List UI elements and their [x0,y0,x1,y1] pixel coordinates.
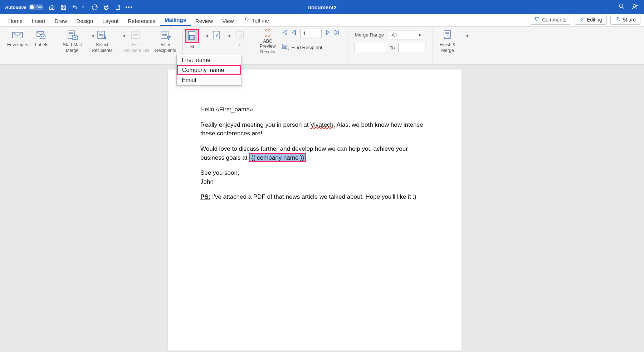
ribbon: Envelopes Labels Start Mail Merge ▾ Sele… [0,26,644,64]
select-caret-icon: ▴▾ [419,33,421,37]
more-icon[interactable]: ••• [126,4,132,10]
filter-recipients-label: Filter Recipients [155,42,176,53]
tab-references[interactable]: References [123,16,160,26]
document-body[interactable]: Hello «First_name», Really enjoyed meeti… [200,105,429,202]
select-recipients-label: Select Recipients [92,42,112,53]
comment-icon [535,16,540,23]
paragraph-1[interactable]: Really enjoyed meeting you in person at … [200,121,429,138]
preview-results-icon: << >> ABC [262,29,274,42]
merge-field-email[interactable]: Email [177,75,241,85]
autosave-label: AutoSave [5,5,26,10]
ribbon-tabs: Home Insert Draw Design Layout Reference… [0,14,644,26]
select-recipients-icon [96,29,108,41]
svg-point-0 [619,4,623,8]
finish-merge-label: Finish & Merge [439,42,455,53]
merge-range-value: All [391,32,396,38]
tab-view[interactable]: View [218,16,238,26]
finish-merge-button[interactable]: Finish & Merge ▾ [436,29,463,53]
svg-rect-18 [444,30,450,38]
spelling-error[interactable]: Vivatech [310,121,333,128]
home-icon[interactable] [49,4,55,10]
tab-design[interactable]: Design [72,16,98,26]
edit-recipient-list-icon [130,29,142,41]
tab-draw[interactable]: Draw [50,16,72,26]
last-record-icon[interactable] [334,29,340,37]
tab-review[interactable]: Review [191,16,218,26]
start-mail-merge-button[interactable]: Start Mail Merge ▾ [60,29,89,53]
find-recipient-button[interactable]: Find Recipient [282,43,340,52]
filter-recipients-button[interactable]: Filter Recipients [152,29,179,53]
next-record-icon[interactable] [325,29,330,37]
rules-button[interactable]: ? ▾ [208,29,231,42]
merge-range-label: Merge Range [355,32,386,38]
comments-button[interactable]: Comments [530,15,571,25]
autosave-toggle[interactable]: OFF [29,4,44,10]
start-mail-merge-icon [66,29,78,41]
share-button[interactable]: Share [610,15,640,25]
share-presence-icon[interactable] [632,3,639,11]
autosave-control[interactable]: AutoSave OFF [5,4,44,10]
preview-results-label: Preview Results [260,44,275,55]
signoff[interactable]: See you soon, [200,169,429,178]
share-icon [615,16,620,23]
toggle-knob [30,5,34,9]
template-icon[interactable] [114,4,121,10]
prev-record-icon[interactable] [292,29,297,37]
envelopes-button[interactable]: Envelopes [4,29,31,48]
merge-from-input[interactable] [355,43,386,52]
filter-recipients-icon [160,29,172,41]
redo-icon[interactable] [92,4,98,10]
tab-home[interactable]: Home [4,16,27,26]
preview-results-button[interactable]: << >> ABC Preview Results [257,29,278,55]
merge-range-select[interactable]: All ▴▾ [389,30,423,39]
record-number-input[interactable] [300,29,322,38]
merge-field-first-name[interactable]: First_name [177,55,241,65]
selected-placeholder[interactable]: {{ company name }} [249,153,306,162]
greeting-line[interactable]: Hello «First_name», [200,105,429,114]
tell-me[interactable]: Tell me [240,15,273,26]
editing-button[interactable]: Editing [575,15,607,25]
labels-button[interactable]: Labels [31,29,52,48]
svg-rect-6 [72,36,77,39]
quick-access-toolbar: ▾ ••• [49,4,132,10]
group-create: Envelopes Labels [1,28,56,64]
paragraph-2[interactable]: Would love to discuss further and develo… [200,145,429,162]
print-icon[interactable] [103,4,109,10]
document-page[interactable]: Hello «First_name», Really enjoyed meeti… [168,69,462,351]
merge-field-company-name[interactable]: Company_name [177,65,241,75]
record-navigation [282,29,340,38]
undo-icon[interactable] [72,4,78,10]
ps-label: PS: [200,193,210,200]
chevron-down-icon: ▾ [466,34,469,39]
first-record-icon[interactable] [282,29,288,37]
edit-recipient-list-label: Edit Recipient List [123,42,150,53]
undo-chevron-icon[interactable]: ▾ [80,4,87,10]
start-mail-merge-label: Start Mail Merge [63,42,82,53]
save-icon[interactable] [60,4,67,10]
chevron-down-icon: ▾ [228,34,231,39]
tell-me-text: Tell me [252,18,269,24]
chevron-down-icon: ▾ [123,34,126,39]
group-finish: Finish & Merge ▾ [433,28,466,64]
search-icon[interactable] [618,3,625,11]
postscript[interactable]: PS: I've attached a PDF of that news art… [200,193,429,202]
svg-rect-10 [161,31,168,38]
envelopes-icon [11,29,24,41]
labels-label: Labels [35,42,48,48]
signature[interactable]: John [200,178,429,187]
labels-icon [35,29,48,41]
tab-layout[interactable]: Layout [98,16,123,26]
autosave-state: OFF [36,6,42,9]
tab-mailings[interactable]: Mailings [160,15,191,26]
editing-label: Editing [587,17,602,23]
tab-insert[interactable]: Insert [27,16,50,26]
lightbulb-icon [244,17,250,24]
insert-merge-field-button[interactable]: M ▾ [183,29,208,50]
merge-to-input[interactable] [398,43,425,52]
svg-point-1 [633,5,636,7]
update-labels-icon [234,29,247,41]
select-recipients-button[interactable]: Select Recipients ▾ [89,29,119,53]
envelopes-label: Envelopes [7,42,28,48]
pencil-icon [579,16,585,23]
svg-rect-4 [40,35,45,38]
